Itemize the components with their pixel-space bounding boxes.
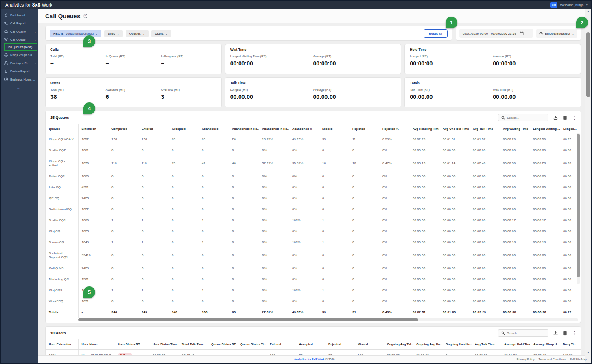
column-header[interactable]: Average Hold Time xyxy=(501,339,530,350)
table-row[interactable]: Cluj CQ31007110100%100%100%00:00:0000:00… xyxy=(46,285,581,296)
cell: 0% xyxy=(259,215,289,226)
table-row[interactable]: Call Q MS7429000000%0%000%00:00:0000:00:… xyxy=(46,263,581,274)
column-header[interactable]: Accepted xyxy=(168,124,199,134)
date-range-picker[interactable]: 02/01/2026 00:00 - 03/09/2026 23:59 xyxy=(459,29,533,38)
column-header[interactable]: Queue Status RT xyxy=(208,339,237,350)
table-row[interactable]: Teams CQ1049110100%100%100%00:00:0000:00… xyxy=(46,237,581,248)
column-header[interactable]: Rejected xyxy=(325,339,354,350)
column-header[interactable]: Avg On Hold Time xyxy=(439,124,470,134)
queues-horizontal-scrollbar[interactable] xyxy=(78,318,578,321)
column-header[interactable]: Ongoing Handlin... xyxy=(442,339,472,350)
column-header[interactable]: Abandoned in Ha... xyxy=(229,124,259,134)
timezone-selector[interactable]: Europe/Budapest ⌄ xyxy=(536,29,577,38)
column-header[interactable]: Avg Waiting Time xyxy=(500,124,530,134)
scroll-down-arrow-icon[interactable]: ▼ xyxy=(585,351,591,354)
sidebar-item-call-queues-new-selected[interactable]: Call Queues (New) xyxy=(5,44,37,50)
table-row[interactable]: Testlio CQ11060110100%100%100%00:00:0000… xyxy=(46,215,581,226)
cell: 00:00:00 xyxy=(439,274,470,285)
column-header[interactable]: Rejected xyxy=(349,124,379,134)
kpi-value: 3 xyxy=(161,94,216,100)
user-menu-caret-icon[interactable]: ▾ xyxy=(586,3,588,7)
help-icon[interactable]: ? xyxy=(83,14,87,18)
queues-vertical-scrollbar[interactable] xyxy=(577,133,580,284)
footer-link-privacy[interactable]: Privacy Policy xyxy=(517,358,535,361)
table-row[interactable]: Testlio CQ21061000000%0%000%00:00:0000:0… xyxy=(46,145,581,156)
queues-search-input[interactable] xyxy=(498,114,548,121)
scroll-up-arrow-icon[interactable]: ▲ xyxy=(585,10,591,13)
column-header[interactable]: Ongoing Avg Ha... xyxy=(413,339,442,350)
column-header[interactable]: Queue Status Ti... xyxy=(237,339,267,350)
column-header[interactable]: Abandoned in Ha... xyxy=(259,124,289,134)
table-row[interactable]: SwitchboardCQ1022000000%0%000%00:00:0000… xyxy=(46,204,581,215)
sidebar-item-call-queue[interactable]: Call Queue⌄ xyxy=(1,35,38,44)
table-row[interactable]: Technical Support CQ199410000000%0%000%0… xyxy=(46,248,581,263)
column-header[interactable]: Avg Talk Time xyxy=(470,124,500,134)
table-row[interactable]: QE CQ7423000000%0%000%00:00:0000:00:0000… xyxy=(46,193,581,204)
download-icon[interactable] xyxy=(553,116,558,120)
cell: 0 xyxy=(229,145,259,156)
footer-brand-link[interactable]: Analytics for 8x8 Work xyxy=(294,358,325,361)
column-settings-icon[interactable] xyxy=(563,331,567,336)
column-header[interactable]: Longest Waiting ... xyxy=(530,124,560,134)
reset-all-button[interactable]: Reset all xyxy=(424,29,448,38)
sidebar-item-dashboard[interactable]: Dashboard xyxy=(1,11,38,19)
cell: 00:00:00 xyxy=(409,171,439,182)
sidebar-item-employee-report[interactable]: Employee Report⌄ xyxy=(1,59,38,67)
kpi-value: – xyxy=(161,60,216,67)
column-header[interactable]: Extension xyxy=(78,124,108,134)
cell: 0% xyxy=(259,204,289,215)
column-header[interactable]: User Name xyxy=(78,339,115,350)
column-header[interactable]: Ongoing Avg Tal... xyxy=(384,339,413,350)
chevron-down-icon: ⌄ xyxy=(96,32,98,35)
column-header[interactable]: Accepted xyxy=(296,339,325,350)
main-content: Call Queues ? PBX is vodautomationprod ⌄… xyxy=(38,9,591,363)
column-header[interactable]: Missed xyxy=(319,124,349,134)
scrollbar-thumb[interactable] xyxy=(586,32,590,97)
table-row[interactable]: Marketing QC1581000000%0%000%00:00:0000:… xyxy=(46,274,581,285)
footer-link-terms[interactable]: Terms and Conditions xyxy=(538,358,566,361)
footer-link-sitemap[interactable]: 8x8 Site Map xyxy=(570,358,587,361)
column-header[interactable]: Completed xyxy=(108,124,138,134)
queues-filter-chip[interactable]: Queues⌄ xyxy=(126,30,149,37)
cell: 00:00:00 xyxy=(409,263,439,274)
column-header[interactable]: Missed xyxy=(354,339,384,350)
more-options-icon[interactable]: ⋮ xyxy=(572,115,577,120)
table-row[interactable]: Sales CQ21000000000%0%000%00:00:0000:00:… xyxy=(46,171,581,182)
column-header[interactable]: Longes... xyxy=(560,124,581,134)
column-header[interactable]: Total Talk Time xyxy=(179,339,208,350)
more-options-icon[interactable]: ⋮ xyxy=(572,331,577,336)
sidebar-collapse-button[interactable]: « xyxy=(17,87,20,91)
column-header[interactable]: Queues xyxy=(46,124,78,134)
table-row[interactable]: WorkFCQ1071000000%0%000%00:00:0000:00:00… xyxy=(46,296,581,307)
welcome-user-menu[interactable]: Welcome, Kinga xyxy=(560,3,583,7)
column-header[interactable]: Busy Ti... xyxy=(559,339,581,350)
users-filter-chip[interactable]: Users⌄ xyxy=(151,30,171,37)
download-icon[interactable] xyxy=(553,331,558,336)
cell: 0% xyxy=(259,145,289,156)
sidebar-item-device-report[interactable]: Device Report⌄ xyxy=(1,67,38,75)
column-header[interactable]: Abandoned % xyxy=(289,124,319,134)
users-search-input[interactable] xyxy=(498,329,548,337)
sites-filter-chip[interactable]: Sites⌄ xyxy=(104,30,123,37)
column-header[interactable]: Rejected % xyxy=(379,124,409,134)
table-row[interactable]: Kinga CQ - edited107011811875424437.29%3… xyxy=(46,156,581,171)
sidebar-item-call-quality[interactable]: Call Quality⌄ xyxy=(1,27,38,35)
column-header[interactable]: Avg Talk Time xyxy=(472,339,501,350)
column-header[interactable]: User Status RT xyxy=(115,339,149,350)
annotation-callout-1: 1 xyxy=(446,17,457,28)
column-header[interactable]: Avg Handling Time xyxy=(409,124,439,134)
sidebar-item-ring-groups[interactable]: Ring Groups Su... xyxy=(1,51,38,59)
column-header[interactable]: Average Wrap U... xyxy=(530,339,559,350)
table-row[interactable]: Kinga CQ VOA X105212812865632418.75%49.2… xyxy=(46,134,581,145)
table-row[interactable]: Iulia CQ4951000000%0%000%00:00:0000:00:0… xyxy=(46,182,581,193)
sidebar-item-business-hours[interactable]: Business Hours ... xyxy=(1,75,38,83)
table-row[interactable]: Cluj CQ1023000000%0%000%00:00:0000:00:00… xyxy=(46,226,581,237)
column-header[interactable]: User Status Time... xyxy=(149,339,179,350)
page-scrollbar[interactable]: ▲ ▼ xyxy=(585,9,591,363)
column-header[interactable]: User Extension xyxy=(46,339,78,350)
column-header[interactable]: Entered xyxy=(267,339,296,350)
sidebar-item-call-report[interactable]: Call Report⌄ xyxy=(1,19,38,27)
column-settings-icon[interactable] xyxy=(563,116,567,120)
column-header[interactable]: Abandoned xyxy=(199,124,229,134)
column-header[interactable]: Entered xyxy=(138,124,168,134)
